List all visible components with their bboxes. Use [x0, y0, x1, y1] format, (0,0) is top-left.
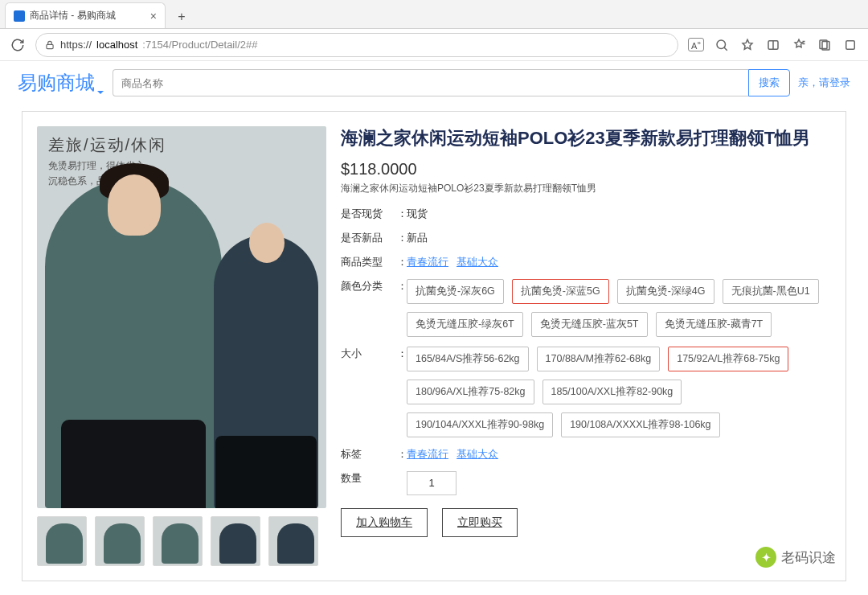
zoom-icon[interactable] [710, 34, 733, 56]
attr-value-type: 青春流行 基础大众 [407, 255, 831, 269]
close-icon[interactable]: × [150, 10, 157, 23]
svg-rect-0 [47, 44, 53, 48]
search-button[interactable]: 搜索 [748, 69, 790, 96]
size-option[interactable]: 185/100A/XXL推荐82-90kg [542, 380, 682, 404]
new-tab-button[interactable]: + [170, 6, 193, 28]
site-favicon-icon [14, 10, 25, 22]
favorites-list-icon[interactable] [788, 34, 810, 56]
size-option[interactable]: 170/88A/M推荐62-68kg [537, 347, 661, 371]
attr-value-size: 165/84A/S推荐56-62kg170/88A/M推荐62-68kg175/… [407, 347, 831, 437]
poster-headline: 差旅/运动/休闲 [48, 134, 166, 156]
thumbnail[interactable] [95, 516, 145, 566]
search-input[interactable] [113, 69, 749, 96]
tab-title: 商品详情 - 易购商城 [30, 9, 116, 23]
attr-label-stock: 是否现货 [341, 207, 397, 221]
type-link[interactable]: 基础大众 [457, 255, 498, 269]
size-option[interactable]: 190/104A/XXXL推荐90-98kg [407, 412, 553, 437]
product-card: 差旅/运动/休闲 免烫易打理，得体省心沉稳色系，品质穿搭 [22, 111, 846, 581]
color-option[interactable]: 抗菌免烫-深绿4G [617, 279, 714, 304]
svg-rect-8 [846, 40, 855, 49]
wechat-icon: ✦ [755, 547, 776, 568]
add-to-cart-button[interactable]: 加入购物车 [341, 508, 428, 537]
attr-label-color: 颜色分类 [341, 279, 397, 293]
tag-link[interactable]: 基础大众 [457, 447, 498, 462]
thumbnail[interactable] [153, 516, 203, 566]
product-subtitle: 海澜之家休闲运动短袖POLO衫23夏季新款易打理翻领T恤男 [341, 182, 831, 195]
url-host: localhost [96, 39, 137, 51]
product-main-image[interactable]: 差旅/运动/休闲 免烫易打理，得体省心沉稳色系，品质穿搭 [37, 126, 326, 508]
attr-value-color: 抗菌免烫-深灰6G抗菌免烫-深蓝5G抗菌免烫-深绿4G无痕抗菌-黑色U1免烫无缝… [407, 279, 831, 337]
product-title: 海澜之家休闲运动短袖POLO衫23夏季新款易打理翻领T恤男 [341, 126, 831, 150]
size-option[interactable]: 175/92A/L推荐68-75kg [668, 347, 788, 371]
color-option[interactable]: 抗菌免烫-深灰6G [407, 279, 504, 304]
thumbnail[interactable] [37, 516, 87, 566]
color-option[interactable]: 免烫无缝压胶-蓝灰5T [531, 312, 648, 337]
color-option[interactable]: 抗菌免烫-深蓝5G [512, 279, 609, 304]
type-link[interactable]: 青春流行 [407, 255, 448, 269]
thumbnail[interactable] [268, 516, 318, 566]
collections-icon[interactable] [813, 34, 836, 56]
browser-tab[interactable]: 商品详情 - 易购商城 × [5, 2, 166, 28]
product-info: 海澜之家休闲运动短袖POLO衫23夏季新款易打理翻领T恤男 $118.0000 … [341, 126, 831, 566]
attr-label-new: 是否新品 [341, 231, 397, 245]
thumbnail[interactable] [211, 516, 260, 566]
url-path: :7154/Product/Detail/2## [142, 39, 257, 51]
attr-label-qty: 数量 [341, 471, 397, 486]
attr-value-stock: 现货 [407, 207, 831, 221]
brand-logo[interactable]: 易购商城 [18, 70, 104, 96]
attr-value-new: 新品 [407, 231, 831, 245]
browser-tabbar: 商品详情 - 易购商城 × + [0, 0, 868, 29]
quantity-input[interactable]: 1 [407, 471, 457, 495]
lock-icon [44, 39, 55, 51]
color-option[interactable]: 免烫无缝压胶-绿灰6T [407, 312, 523, 337]
page-viewport[interactable]: 易购商城 搜索 亲，请登录 差旅/运动/休闲 免烫易打理，得体省心沉稳色系，品质… [0, 61, 868, 595]
login-link[interactable]: 亲，请登录 [798, 76, 850, 90]
product-gallery: 差旅/运动/休闲 免烫易打理，得体省心沉稳色系，品质穿搭 [37, 126, 326, 566]
favorite-icon[interactable] [736, 34, 759, 56]
size-option[interactable]: 180/96A/XL推荐75-82kg [407, 380, 534, 404]
address-bar[interactable]: https://localhost:7154/Product/Detail/2#… [35, 33, 678, 57]
extra-icon[interactable] [839, 34, 862, 56]
refresh-icon[interactable] [6, 34, 29, 56]
tag-link[interactable]: 青春流行 [407, 447, 448, 462]
watermark-text: 老码识途 [781, 548, 836, 567]
attr-label-type: 商品类型 [341, 255, 397, 269]
split-icon[interactable] [762, 34, 784, 56]
buy-now-button[interactable]: 立即购买 [442, 508, 518, 537]
attr-label-tag: 标签 [341, 447, 397, 462]
color-option[interactable]: 免烫无缝压胶-藏青7T [656, 312, 772, 337]
size-option[interactable]: 190/108A/XXXXL推荐98-106kg [561, 412, 719, 437]
color-option[interactable]: 无痕抗菌-黑色U1 [723, 279, 819, 304]
size-option[interactable]: 165/84A/S推荐56-62kg [407, 347, 529, 371]
thumbnail-row [37, 516, 326, 566]
product-price: $118.0000 [341, 160, 831, 178]
watermark: ✦ 老码识途 [747, 544, 844, 571]
reader-icon[interactable]: A» [685, 34, 707, 56]
brand-text: 易购商城 [18, 70, 95, 96]
svg-point-1 [717, 40, 726, 49]
attr-value-tag: 青春流行 基础大众 [407, 447, 831, 462]
url-scheme: https:// [60, 39, 92, 51]
chevron-down-icon [96, 79, 104, 87]
browser-toolbar: https://localhost:7154/Product/Detail/2#… [0, 29, 868, 61]
attr-label-size: 大小 [341, 347, 397, 361]
